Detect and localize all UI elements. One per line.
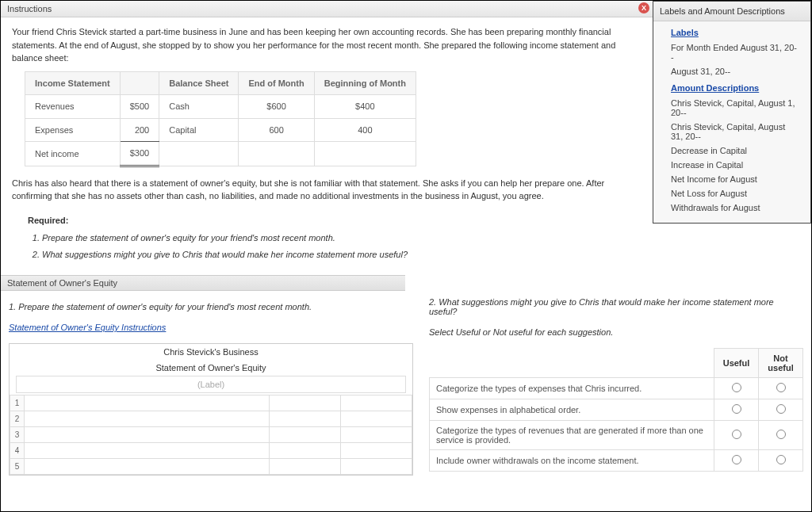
rownum: 4 xyxy=(10,443,25,459)
col-useful: Useful xyxy=(714,349,759,378)
soe-instructions-link[interactable]: Statement of Owner's Equity Instructions xyxy=(9,323,166,332)
th-balance-sheet: Balance Sheet xyxy=(159,71,239,95)
soe-cell[interactable] xyxy=(25,459,270,475)
radio-notuseful[interactable] xyxy=(776,404,786,414)
soe-cell[interactable] xyxy=(341,459,412,475)
th-end-month: End of Month xyxy=(239,71,314,95)
q2-select-note: Select Useful or Not useful for each sug… xyxy=(429,327,803,337)
amount-item[interactable]: Decrease in Capital xyxy=(671,143,799,158)
suggestion-text: Show expenses in alphabetical order. xyxy=(430,399,714,421)
soe-cell[interactable] xyxy=(25,427,270,443)
th-beg-month: Beginning of Month xyxy=(314,71,416,95)
soe-cell[interactable] xyxy=(341,443,412,459)
intro-paragraph-2: Chris has also heard that there is a sta… xyxy=(12,177,645,203)
suggestions-table: Useful Not useful Categorize the types o… xyxy=(429,348,803,472)
label-item[interactable]: For Month Ended August 31, 20-- xyxy=(671,40,799,64)
radio-notuseful[interactable] xyxy=(776,383,786,392)
close-icon[interactable]: X xyxy=(638,2,649,13)
amount-item[interactable]: Chris Stevick, Capital, August 1, 20-- xyxy=(671,96,799,120)
amount-item[interactable]: Increase in Capital xyxy=(671,158,799,172)
radio-useful[interactable] xyxy=(732,404,741,414)
cell: $300 xyxy=(120,142,159,166)
cell: $600 xyxy=(239,95,314,119)
rownum: 2 xyxy=(10,411,25,427)
labels-panel-header: Labels and Amount Descriptions xyxy=(653,2,810,21)
th-blank xyxy=(120,71,159,95)
radio-useful[interactable] xyxy=(732,430,741,439)
soe-rows-table: 1 2 3 4 5 xyxy=(10,395,412,475)
financial-table: Income Statement Balance Sheet End of Mo… xyxy=(25,71,416,167)
required-item-2: What suggestions might you give to Chris… xyxy=(42,246,645,263)
q1-prompt: 1. Prepare the statement of owner's equi… xyxy=(9,302,413,311)
rownum: 5 xyxy=(10,459,25,475)
suggestion-text: Categorize the types of expenses that Ch… xyxy=(430,378,714,399)
labels-panel: Labels and Amount Descriptions Labels Fo… xyxy=(653,1,811,224)
rownum: 1 xyxy=(10,395,25,411)
suggestion-text: Categorize the types of revenues that ar… xyxy=(430,421,714,450)
cell: 200 xyxy=(120,118,159,142)
required-title: Required: xyxy=(28,214,645,227)
cell: 400 xyxy=(314,118,416,142)
soe-statement-title: Statement of Owner's Equity xyxy=(10,360,412,376)
labels-panel-body: Labels For Month Ended August 31, 20-- A… xyxy=(653,21,810,223)
labels-title-link[interactable]: Labels xyxy=(671,28,799,37)
soe-business-name: Chris Stevick's Business xyxy=(10,344,412,360)
soe-section-header: Statement of Owner's Equity xyxy=(1,275,405,291)
cell: $500 xyxy=(120,95,159,119)
radio-useful[interactable] xyxy=(732,383,741,392)
radio-notuseful[interactable] xyxy=(776,430,786,439)
soe-label-dropdown[interactable]: (Label) xyxy=(16,376,406,393)
radio-useful[interactable] xyxy=(732,455,741,464)
soe-cell[interactable] xyxy=(341,411,412,427)
cell: 600 xyxy=(239,118,314,142)
cell: $400 xyxy=(314,95,416,119)
suggestion-text: Include owner withdrawals on the income … xyxy=(430,450,714,472)
lower-section: 1. Prepare the statement of owner's equi… xyxy=(1,291,811,476)
instructions-panel: Instructions X Labels and Amount Descrip… xyxy=(1,1,811,275)
soe-cell[interactable] xyxy=(25,443,270,459)
required-block: Required: Prepare the statement of owner… xyxy=(12,209,645,268)
cell xyxy=(239,142,314,166)
soe-cell[interactable] xyxy=(25,411,270,427)
label-item[interactable]: August 31, 20-- xyxy=(671,64,799,78)
soe-cell[interactable] xyxy=(341,395,412,411)
soe-cell[interactable] xyxy=(270,395,341,411)
th-income-statement: Income Statement xyxy=(25,71,121,95)
cell: Cash xyxy=(159,95,239,119)
cell: Net income xyxy=(25,142,121,166)
soe-form: Chris Stevick's Business Statement of Ow… xyxy=(9,343,413,476)
cell xyxy=(159,142,239,166)
amount-item[interactable]: Withdrawals for August xyxy=(671,201,799,215)
soe-cell[interactable] xyxy=(270,411,341,427)
top-section: Instructions X Labels and Amount Descrip… xyxy=(1,1,811,291)
soe-cell[interactable] xyxy=(25,395,270,411)
soe-cell[interactable] xyxy=(270,427,341,443)
cell xyxy=(314,142,416,166)
rownum: 3 xyxy=(10,427,25,443)
soe-cell[interactable] xyxy=(270,459,341,475)
cell: Capital xyxy=(159,118,239,142)
intro-paragraph-1: Your friend Chris Stevick started a part… xyxy=(12,25,645,65)
right-column: 2. What suggestions might you give to Ch… xyxy=(429,297,803,476)
q2-prompt: 2. What suggestions might you give to Ch… xyxy=(429,297,803,316)
amount-item[interactable]: Chris Stevick, Capital, August 31, 20-- xyxy=(671,120,799,143)
amounts-title-link[interactable]: Amount Descriptions xyxy=(671,83,799,93)
cell: Expenses xyxy=(25,118,121,142)
amount-item[interactable]: Net Loss for August xyxy=(671,186,799,201)
cell: Revenues xyxy=(25,95,121,119)
left-column: 1. Prepare the statement of owner's equi… xyxy=(9,297,413,476)
soe-cell[interactable] xyxy=(270,443,341,459)
soe-cell[interactable] xyxy=(341,427,412,443)
amount-item[interactable]: Net Income for August xyxy=(671,172,799,186)
radio-notuseful[interactable] xyxy=(776,455,786,464)
required-item-1: Prepare the statement of owner's equity … xyxy=(42,230,645,246)
col-notuseful: Not useful xyxy=(759,349,803,378)
